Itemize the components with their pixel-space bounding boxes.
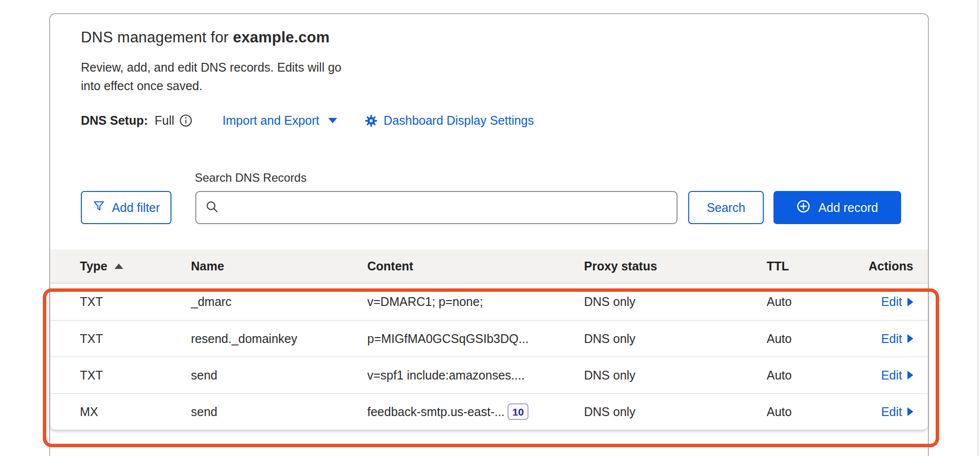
- cell-ttl: Auto: [767, 332, 859, 346]
- cell-content: v=spf1 include:amazonses....: [367, 368, 584, 382]
- cell-type: TXT: [80, 368, 191, 382]
- cell-type: TXT: [80, 332, 191, 346]
- cell-ttl: Auto: [767, 405, 859, 419]
- dns-records-table: Type Name Content Proxy status TTL Actio…: [50, 249, 928, 430]
- edit-record-button[interactable]: Edit: [881, 295, 913, 309]
- import-export-link[interactable]: Import and Export: [223, 114, 337, 128]
- column-header-name[interactable]: Name: [191, 259, 367, 273]
- edit-label: Edit: [881, 405, 902, 419]
- page-title-prefix: DNS management for: [81, 29, 233, 46]
- import-export-label: Import and Export: [223, 114, 320, 128]
- priority-badge: 10: [508, 403, 528, 420]
- page-title: DNS management for example.com: [81, 29, 913, 46]
- dns-setup-label: DNS Setup:: [81, 114, 148, 128]
- cell-type: TXT: [80, 295, 191, 309]
- column-header-ttl[interactable]: TTL: [767, 259, 859, 273]
- gear-icon: [364, 114, 378, 128]
- cell-content: feedback-smtp.us-east-... 10: [367, 403, 584, 420]
- dns-setup-value: Full: [155, 114, 174, 128]
- edit-arrow-icon: [907, 371, 913, 380]
- cell-ttl: Auto: [767, 368, 859, 382]
- search-input-label: Search DNS Records: [195, 171, 913, 185]
- table-header-row: Type Name Content Proxy status TTL Actio…: [50, 249, 928, 284]
- filter-icon: [93, 200, 105, 215]
- plus-circle-icon: [796, 199, 810, 216]
- cell-name: send: [191, 368, 367, 382]
- search-box: [195, 191, 678, 224]
- edit-record-button[interactable]: Edit: [881, 368, 913, 382]
- dashboard-display-settings-link[interactable]: Dashboard Display Settings: [384, 114, 534, 128]
- cell-proxy-status: DNS only: [584, 295, 767, 309]
- edit-label: Edit: [881, 332, 902, 346]
- dns-management-card: DNS management for example.com Review, a…: [49, 13, 929, 456]
- add-filter-button[interactable]: Add filter: [81, 191, 171, 224]
- edit-arrow-icon: [907, 298, 913, 306]
- viewport-right-divider: [978, 0, 979, 456]
- sort-ascending-icon: [114, 264, 123, 269]
- cell-proxy-status: DNS only: [584, 368, 767, 382]
- table-row: TXT send v=spf1 include:amazonses.... DN…: [50, 357, 928, 393]
- card-header-section: DNS management for example.com Review, a…: [50, 14, 928, 224]
- add-record-button[interactable]: Add record: [773, 191, 901, 224]
- cell-content-text: feedback-smtp.us-east-...: [367, 405, 505, 419]
- edit-record-button[interactable]: Edit: [881, 405, 913, 419]
- column-header-proxy-status[interactable]: Proxy status: [584, 259, 767, 273]
- column-header-type[interactable]: Type: [80, 259, 191, 273]
- add-filter-label: Add filter: [112, 201, 160, 215]
- edit-label: Edit: [881, 295, 902, 309]
- cell-content: v=DMARC1; p=none;: [367, 295, 584, 309]
- column-header-actions: Actions: [868, 259, 913, 273]
- cell-proxy-status: DNS only: [584, 332, 767, 346]
- table-row: TXT _dmarc v=DMARC1; p=none; DNS only Au…: [50, 284, 928, 320]
- page-description: Review, add, and edit DNS records. Edits…: [81, 58, 344, 95]
- column-header-type-label: Type: [80, 259, 108, 273]
- info-icon[interactable]: [179, 114, 192, 127]
- cell-proxy-status: DNS only: [584, 405, 767, 419]
- cell-ttl: Auto: [767, 295, 859, 309]
- cell-name: _dmarc: [191, 295, 367, 309]
- table-row: TXT resend._domainkey p=MIGfMA0GCSqGSIb3…: [50, 320, 928, 357]
- table-row: MX send feedback-smtp.us-east-... 10 DNS…: [50, 393, 928, 430]
- cell-name: resend._domainkey: [191, 332, 367, 346]
- dns-setup-row: DNS Setup: Full Import and Export: [81, 114, 913, 128]
- caret-down-icon: [328, 118, 337, 123]
- toolbar: Add filter Search: [81, 191, 913, 224]
- search-input[interactable]: [226, 201, 668, 214]
- page-title-domain: example.com: [233, 29, 330, 46]
- edit-record-button[interactable]: Edit: [881, 332, 913, 346]
- edit-arrow-icon: [907, 334, 913, 343]
- cell-name: send: [191, 405, 367, 419]
- column-header-content[interactable]: Content: [367, 259, 584, 273]
- search-icon: [205, 200, 219, 215]
- edit-arrow-icon: [907, 407, 913, 416]
- search-button[interactable]: Search: [688, 191, 764, 224]
- edit-label: Edit: [881, 368, 902, 382]
- cell-type: MX: [80, 405, 191, 419]
- add-record-label: Add record: [818, 201, 878, 215]
- cell-content: p=MIGfMA0GCSqGSIb3DQ...: [367, 332, 584, 346]
- table-body: TXT _dmarc v=DMARC1; p=none; DNS only Au…: [50, 284, 928, 430]
